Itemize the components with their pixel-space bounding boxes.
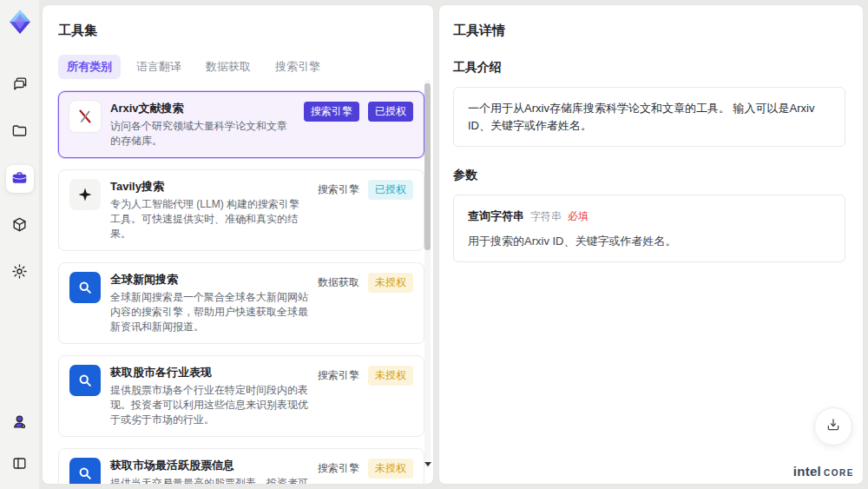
tab-all-categories[interactable]: 所有类别 [58,55,121,79]
tools-panel-title: 工具集 [58,23,421,39]
tool-name: 全球新闻搜索 [110,272,308,287]
tool-name: 获取股市各行业表现 [110,365,308,380]
param-header: 查询字符串 字符串 必填 [468,208,831,225]
collapse-panel-icon [11,455,28,475]
scrollbar-thumb[interactable] [424,83,431,250]
download-button[interactable] [814,407,852,446]
tool-detail-panel: 工具详情 工具介绍 一个用于从Arxiv存储库搜索科学论文和文章的工具。 输入可… [438,4,864,485]
tool-name: Arxiv文献搜索 [110,101,294,116]
tool-name: Tavily搜索 [110,179,308,195]
sidebar-bottom [6,409,34,479]
param-name: 查询字符串 [468,208,524,225]
app-sidebar [0,0,39,489]
param-required-flag: 必填 [568,208,589,224]
tool-card-body: 获取股市各行业表现 提供股票市场各个行业在特定时间段内的表现。投资者可以利用这些… [110,365,308,427]
tool-card-body: 全球新闻搜索 全球新闻搜索是一个聚合全球各大新闻网站内容的搜索引擎，帮助用户快速… [110,272,308,334]
params-heading: 参数 [453,168,845,183]
intro-box: 一个用于从Arxiv存储库搜索科学论文和文章的工具。 输入可以是Arxiv ID… [453,87,845,147]
tool-desc: 提供当天交易量最高的股票列表。投资者可以利用这些信息来识别流动性强的股票和潜在的… [110,476,308,485]
tool-card-arxiv[interactable]: Arxiv文献搜索 访问各个研究领域大量科学论文和文章的存储库。 搜索引擎 已授… [58,91,424,158]
category-label: 搜索引擎 [318,182,359,197]
package-icon [11,216,28,236]
user-avatar[interactable] [6,409,34,437]
category-tabs: 所有类别 语言翻译 数据获取 搜索引擎 [58,55,421,79]
avatar-icon [11,413,28,433]
tool-badges: 搜索引擎 未授权 [318,458,413,479]
status-badge: 已授权 [368,102,413,122]
tool-list-scrollbar[interactable] [424,80,431,468]
tab-language-translation[interactable]: 语言翻译 [128,55,190,79]
tool-list: Arxiv文献搜索 访问各个研究领域大量科学论文和文章的存储库。 搜索引擎 已授… [58,91,424,485]
magnifier-icon [69,365,101,396]
category-label: 搜索引擎 [318,368,359,383]
arxiv-icon [69,101,101,132]
tool-card-global-news[interactable]: 全球新闻搜索 全球新闻搜索是一个聚合全球各大新闻网站内容的搜索引擎，帮助用户快速… [58,262,424,344]
tool-badges: 搜索引擎 已授权 [318,179,413,200]
tool-desc: 提供股票市场各个行业在特定时间段内的表现。投资者可以利用这些信息来识别表现优于或… [110,383,308,427]
sidebar-item-settings[interactable] [6,259,34,287]
status-badge: 未授权 [368,459,413,479]
magnifier-icon [69,272,101,303]
magnifier-icon [69,458,101,485]
briefcase-icon [11,169,28,189]
detail-panel-title: 工具详情 [453,23,845,39]
param-type: 字符串 [530,208,562,224]
param-box: 查询字符串 字符串 必填 用于搜索的Arxiv ID、关键字或作者姓名。 [453,195,845,262]
star-icon [69,179,101,210]
tool-card-sector-performance[interactable]: 获取股市各行业表现 提供股票市场各个行业在特定时间段内的表现。投资者可以利用这些… [58,355,424,437]
gear-icon [11,263,28,283]
tab-data-fetch[interactable]: 数据获取 [197,55,260,79]
tool-desc: 全球新闻搜索是一个聚合全球各大新闻网站内容的搜索引擎，帮助用户快速获取全球最新资… [110,290,308,334]
sidebar-nav [6,71,34,287]
tool-badges: 搜索引擎 未授权 [318,365,413,386]
intel-core-logo: intel CORE [793,464,854,479]
category-label: 数据获取 [318,275,359,290]
category-badge: 搜索引擎 [304,102,359,122]
tool-desc: 访问各个研究领域大量科学论文和文章的存储库。 [110,119,294,149]
collapse-sidebar-button[interactable] [6,451,34,479]
tool-card-body: Tavily搜索 专为人工智能代理 (LLM) 构建的搜索引擎工具。可快速提供实… [110,179,308,241]
tool-desc: 专为人工智能代理 (LLM) 构建的搜索引擎工具。可快速提供实时、准确和真实的结… [110,197,308,241]
status-badge: 未授权 [368,366,413,386]
brand-intel: intel [793,464,821,479]
logo-gem-icon[interactable] [7,9,33,35]
tab-search-engine[interactable]: 搜索引擎 [266,55,329,79]
status-badge: 已授权 [368,180,413,200]
tool-card-body: 获取市场最活跃股票信息 提供当天交易量最高的股票列表。投资者可以利用这些信息来识… [110,458,308,485]
tool-card-body: Arxiv文献搜索 访问各个研究领域大量科学论文和文章的存储库。 [110,101,294,149]
chat-icon [11,76,28,96]
tool-name: 获取市场最活跃股票信息 [110,458,308,473]
intro-text: 一个用于从Arxiv存储库搜索科学论文和文章的工具。 输入可以是Arxiv ID… [468,102,814,132]
category-label: 搜索引擎 [318,461,359,476]
tool-badges: 数据获取 未授权 [318,272,413,293]
tool-badges: 搜索引擎 已授权 [304,101,413,122]
tool-card-active-stocks[interactable]: 获取市场最活跃股票信息 提供当天交易量最高的股票列表。投资者可以利用这些信息来识… [58,448,424,485]
brand-core: CORE [824,468,854,478]
intro-heading: 工具介绍 [453,60,845,76]
sidebar-item-chat[interactable] [6,71,34,99]
sidebar-item-files[interactable] [6,118,34,146]
tools-panel: 工具集 所有类别 语言翻译 数据获取 搜索引擎 Arxiv文献搜索 访问各个研究… [42,4,434,485]
status-badge: 未授权 [368,273,413,293]
folder-icon [11,122,28,142]
scroll-down-arrow-icon[interactable] [424,462,431,466]
param-desc: 用于搜索的Arxiv ID、关键字或作者姓名。 [468,233,831,250]
download-icon [825,417,841,436]
tool-card-tavily[interactable]: Tavily搜索 专为人工智能代理 (LLM) 构建的搜索引擎工具。可快速提供实… [58,169,424,251]
sidebar-item-tools[interactable] [6,165,34,193]
sidebar-item-packages[interactable] [6,212,34,240]
